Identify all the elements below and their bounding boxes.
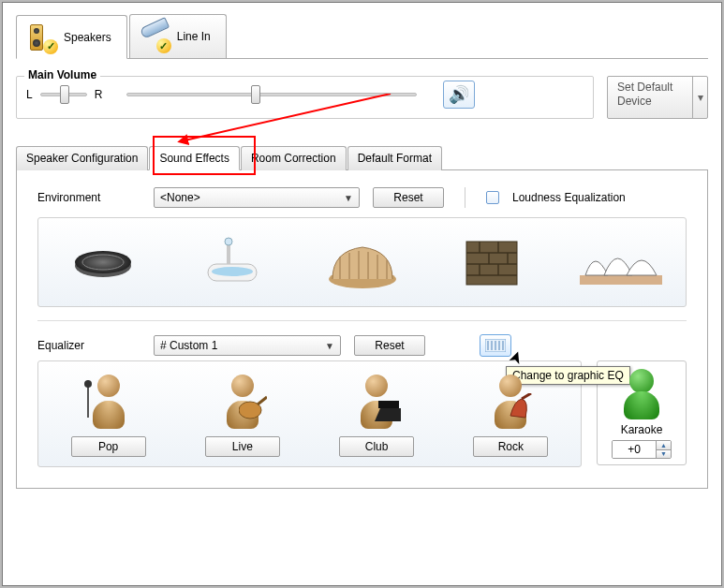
chevron-down-icon: ▾ xyxy=(692,77,707,118)
mute-button[interactable]: 🔊 xyxy=(443,81,475,109)
set-default-device-dropdown[interactable]: Set Default Device ▾ xyxy=(607,76,708,119)
tab-room-correction[interactable]: Room Correction xyxy=(241,146,347,170)
svg-rect-36 xyxy=(378,401,399,408)
svg-point-6 xyxy=(225,238,232,245)
preset-rock-icon[interactable] xyxy=(480,371,540,431)
svg-rect-15 xyxy=(466,242,517,285)
line-in-icon: ✓ xyxy=(138,20,171,53)
sound-icon: 🔊 xyxy=(449,84,469,105)
equalizer-reset-button[interactable]: Reset xyxy=(354,335,425,356)
karaoke-spinner-down[interactable]: ▼ xyxy=(657,450,671,459)
svg-point-33 xyxy=(84,380,92,388)
svg-line-37 xyxy=(522,393,531,399)
set-default-device-label: Set Default Device xyxy=(608,77,692,118)
manhole-icon xyxy=(69,243,137,281)
speaker-icon: ✓ xyxy=(24,21,58,54)
svg-line-35 xyxy=(258,397,267,404)
environment-dropdown[interactable]: <None> ▼ xyxy=(154,187,360,208)
divider xyxy=(37,320,687,321)
graphic-eq-icon xyxy=(485,339,506,352)
loudness-equalization-label: Loudness Equalization xyxy=(512,191,626,204)
top-tab-line-in[interactable]: ✓ Line In xyxy=(129,14,227,58)
preset-club-icon[interactable] xyxy=(347,371,406,431)
loudness-equalization-checkbox[interactable] xyxy=(486,191,499,204)
equalizer-label: Equalizer xyxy=(37,339,140,352)
equalizer-presets: Pop Live xyxy=(37,360,582,467)
environment-preset-opera[interactable] xyxy=(564,226,678,299)
preset-club-button[interactable]: Club xyxy=(339,436,414,457)
environment-preset-sewer[interactable] xyxy=(46,226,160,299)
preset-rock-button[interactable]: Rock xyxy=(473,436,548,457)
chevron-down-icon: ▼ xyxy=(344,193,353,203)
top-tab-line-in-label: Line In xyxy=(177,30,211,43)
karaoke-spinner-up[interactable]: ▲ xyxy=(657,441,671,450)
environment-presets xyxy=(37,217,687,307)
environment-reset-button[interactable]: Reset xyxy=(373,187,444,208)
karaoke-value: +0 xyxy=(613,441,656,458)
karaoke-value-spinner[interactable]: +0 ▲ ▼ xyxy=(612,440,672,459)
chevron-down-icon: ▼ xyxy=(325,341,334,351)
environment-preset-stone-room[interactable] xyxy=(435,226,549,299)
balance-slider[interactable] xyxy=(40,93,87,96)
tab-default-format[interactable]: Default Format xyxy=(347,146,442,170)
balance-right-label: R xyxy=(95,88,103,101)
environment-preset-bathroom[interactable] xyxy=(175,226,289,299)
tab-speaker-configuration[interactable]: Speaker Configuration xyxy=(16,146,148,170)
main-volume-slider[interactable] xyxy=(126,93,417,96)
environment-label: Environment xyxy=(37,191,140,204)
svg-rect-25 xyxy=(580,275,662,285)
top-tab-speakers-label: Speakers xyxy=(64,31,111,44)
preset-live-icon[interactable] xyxy=(213,371,273,431)
opera-house-icon xyxy=(576,236,666,288)
equalizer-selected: # Custom 1 xyxy=(160,339,217,352)
divider xyxy=(465,187,465,208)
tab-sound-effects[interactable]: Sound Effects xyxy=(149,146,240,170)
preset-live-button[interactable]: Live xyxy=(205,436,280,457)
environment-preset-arena[interactable] xyxy=(304,226,419,299)
volume-legend: Main Volume xyxy=(24,68,100,81)
stone-wall-icon xyxy=(461,234,523,290)
karaoke-label: Karaoke xyxy=(621,423,663,436)
preset-pop-icon[interactable] xyxy=(79,371,139,431)
bathtub-icon xyxy=(199,236,266,288)
karaoke-icon xyxy=(615,367,668,419)
top-tab-speakers[interactable]: ✓ Speakers xyxy=(16,15,127,59)
balance-left-label: L xyxy=(26,88,33,101)
colosseum-icon xyxy=(325,234,400,290)
svg-point-7 xyxy=(212,267,253,276)
preset-pop-button[interactable]: Pop xyxy=(71,436,146,457)
environment-selected: <None> xyxy=(160,191,200,204)
equalizer-dropdown[interactable]: # Custom 1 ▼ xyxy=(154,335,341,356)
